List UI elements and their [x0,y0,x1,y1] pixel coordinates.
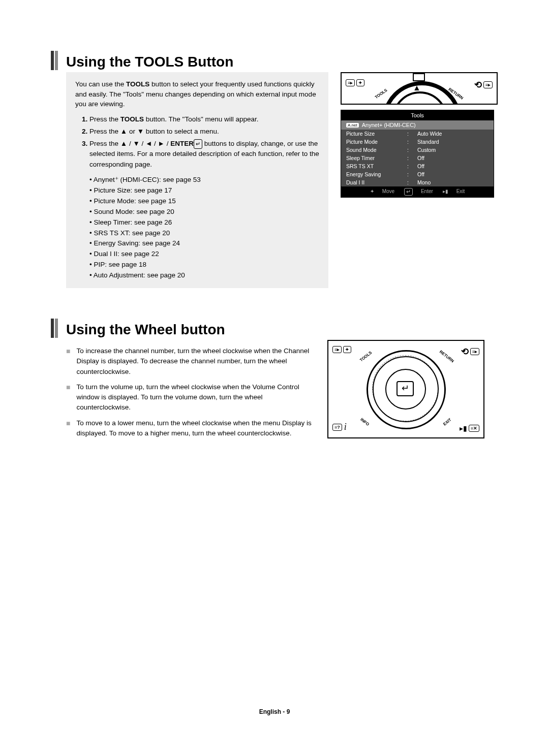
tools-row: Sleep Timer:Off [341,154,494,162]
remote-icon-box: ≡? [332,424,342,431]
tools-row: SRS TS XT:Off [341,162,494,170]
bullet-item: Auto Adjustment: see page 20 [89,270,319,281]
bullet-item: PIP: see page 18 [89,260,319,270]
return-label: RETURN [438,350,454,364]
steps-list: Press the TOOLS button. The "Tools" menu… [75,114,319,170]
section-title: Using the TOOLS Button [66,54,503,70]
section-tools-button: Using the TOOLS Button You can use the T… [51,51,503,288]
remote-icon-box: ✦ [343,346,351,353]
remote-icon-box: ≡▸ [483,81,493,88]
bullet-item: Sound Mode: see page 20 [89,207,319,217]
wheel-instruction-list: ■To increase the channel number, turn th… [66,346,315,438]
return-arrow-icon: ⟲ [474,79,482,90]
square-marker-icon: ■ [66,382,70,413]
gray-instruction-box: You can use the TOOLS button to select y… [66,72,328,288]
bullet-item: Picture Mode: see page 15 [89,196,319,207]
exit-arrow-icon: ▸▮ [460,424,467,432]
tools-menu-highlight: A.net Anynet+ (HDMI-CEC) [341,120,494,130]
enter-icon: ↵ [194,139,202,149]
list-item: ■To increase the channel number, turn th… [66,346,315,377]
return-arrow-icon: ⟲ [461,346,469,357]
nav-enter-icon: ↵ [404,188,413,196]
remote-top-illustration: ≡▸ ✦ TOOLS ▲ RETURN ⟲ ≡▸ [341,72,498,105]
tools-label: TOOLS [374,88,388,100]
list-item: ■To turn the volume up, turn the wheel c… [66,382,315,413]
wheel-hatch [372,355,438,421]
step-2: Press the ▲ or ▼ button to select a menu… [89,127,319,137]
bullet-item: Energy Saving: see page 24 [89,238,319,249]
exit-label: EXIT [442,418,452,427]
triangle-up-icon: ▲ [413,83,421,92]
tools-row: Picture Mode:Standard [341,138,494,146]
nav-exit-icon: ▸▮ [443,188,448,194]
tools-row: Picture Size:Auto Wide [341,130,494,138]
anynet-pill: A.net [346,123,359,128]
tools-nav-hints: ✦Move ↵Enter ▸▮Exit [341,186,494,197]
tools-label: TOOLS [359,351,373,363]
nav-move-icon: ✦ [370,188,374,194]
remote-wheel-illustration: ≡▸ ✦ TOOLS RETURN ⟲ ≡▸ ↵ [327,340,484,438]
tools-row: Sound Mode:Custom [341,146,494,154]
square-marker-icon: ■ [66,346,70,377]
intro-paragraph: You can use the TOOLS button to select y… [75,79,319,109]
square-marker-icon: ■ [66,418,70,439]
section-title: Using the Wheel button [66,322,503,338]
accent-bars [51,51,60,72]
accent-bars [51,319,60,340]
reference-bullets: Anynet⁺ (HDMI-CEC): see page 53 Picture … [75,175,319,281]
dpad-top [413,73,425,81]
page-footer: English - 9 [0,708,549,715]
step-1: Press the TOOLS button. The "Tools" menu… [89,114,319,124]
bullet-item: SRS TS XT: see page 20 [89,228,319,239]
section-wheel-button: Using the Wheel button ■To increase the … [51,319,503,444]
remote-icon-box: ✦ [356,79,364,86]
bullet-item: Sleep Timer: see page 26 [89,217,319,228]
list-item: ■To move to a lower menu, turn the wheel… [66,418,315,439]
bullet-item: Dual I II: see page 22 [89,249,319,260]
remote-icon-box: ≡▸ [346,79,355,86]
bullet-item: Anynet⁺ (HDMI-CEC): see page 53 [89,175,319,185]
tools-osd-menu: Tools A.net Anynet+ (HDMI-CEC) Picture S… [341,110,494,198]
tools-row: Dual I II:Mono [341,178,494,186]
tools-menu-title: Tools [341,110,494,120]
info-i-icon: i [344,422,347,432]
info-label: INFO [359,417,370,427]
remote-icon-box: ≡▸ [332,346,342,353]
remote-icon-box: ≡✕ [469,425,479,432]
remote-icon-box: ≡▸ [470,348,479,355]
step-3: Press the ▲ / ▼ / ◄ / ► / ENTER↵ buttons… [89,139,319,170]
highlight-text: Anynet+ (HDMI-CEC) [362,122,416,128]
bullet-item: Picture Size: see page 17 [89,185,319,196]
tools-row: Energy Saving:Off [341,170,494,178]
